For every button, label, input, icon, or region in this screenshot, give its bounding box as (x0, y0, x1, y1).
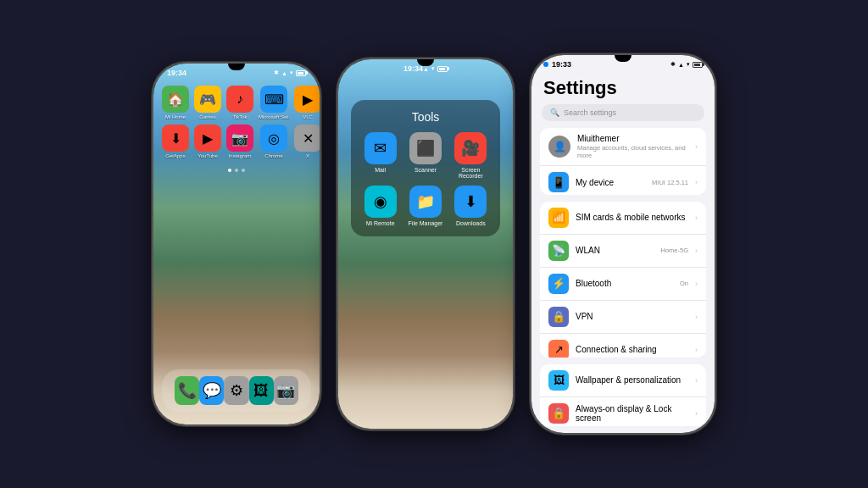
settings-item-name: Bluetooth (576, 279, 673, 288)
folder-app-label: Downloads (456, 220, 486, 226)
settings-item-name: Miuithemer (577, 134, 688, 143)
dock-icon[interactable]: ⚙ (224, 376, 248, 405)
search-bar[interactable]: 🔍 Search settings (542, 104, 704, 121)
folder-app-label: Screen Recorder (452, 167, 490, 179)
settings-item[interactable]: 👤 Miuithemer Manage accounts, cloud serv… (540, 128, 706, 166)
bluetooth-icon: ✱ (274, 69, 279, 76)
settings-item-name: VPN (576, 312, 688, 321)
settings-item-text: Connection & sharing (576, 345, 688, 354)
app-icon[interactable]: ▶ VLC (294, 86, 320, 119)
app-icon-img: 🎮 (194, 86, 221, 113)
app-icon[interactable]: 📷 Instagram (226, 125, 253, 158)
settings-item[interactable]: ↗ Connection & sharing › (540, 334, 706, 358)
settings-item[interactable]: 📶 SIM cards & mobile networks › (540, 202, 706, 235)
app-icon-img: ♪ (226, 86, 253, 113)
settings-group-3: 🖼 Wallpaper & personalization › 🔒 Always… (540, 364, 706, 426)
chevron-icon: › (695, 247, 698, 255)
app-icon[interactable]: 🏠 Mi Home (162, 86, 189, 119)
settings-item[interactable]: 🖼 Wallpaper & personalization › (540, 364, 706, 397)
settings-item[interactable]: 📡 WLAN Home-5G › (540, 235, 706, 268)
settings-item[interactable]: 🔒 VPN › (540, 301, 706, 334)
settings-item-name: Always-on display & Lock screen (576, 404, 688, 423)
folder-app-label: Scanner (415, 167, 437, 173)
folder-app-img: 📁 (409, 186, 442, 218)
battery-icon-2 (437, 66, 448, 72)
status-time-3: 19:33 (543, 60, 571, 69)
app-icon[interactable]: ⬇ GetApps (162, 125, 189, 158)
folder-app[interactable]: ⬛ Scanner (406, 132, 444, 179)
signal-icon-3: ▲ (678, 62, 684, 68)
dock-icon[interactable]: 📞 (175, 376, 199, 405)
tools-screen: 19:34 ▲ ▾ Tools ✉ Mail ⬛ Scanner (338, 59, 513, 429)
app-icon-img: 🏠 (162, 86, 189, 113)
app-label: Games (199, 114, 215, 119)
app-label: VLC (303, 114, 313, 119)
app-icon[interactable]: ⌨ Microsoft SwiftKey… (259, 86, 289, 119)
chevron-icon: › (695, 313, 698, 321)
settings-item-text: My device (576, 178, 645, 187)
screen-1: 19:34 ✱ ▲ ▾ 🏠 Mi Home 🎮 Games ♪ (153, 64, 320, 424)
battery-icon-3 (693, 62, 703, 68)
settings-item-icon: 📱 (548, 172, 569, 192)
battery-icon (296, 70, 306, 76)
settings-item[interactable]: 🔒 Always-on display & Lock screen › (540, 397, 706, 426)
settings-item-name: Connection & sharing (576, 345, 688, 354)
folder-app-label: Mi Remote (366, 220, 395, 226)
time-2: 19:34 (403, 64, 423, 73)
status-dot-indicator (543, 62, 548, 67)
app-label: GetApps (165, 153, 185, 158)
time-1: 19:34 (167, 69, 186, 77)
settings-item[interactable]: ⚡ Bluetooth On › (540, 268, 706, 301)
phone-2: 19:34 ▲ ▾ Tools ✉ Mail ⬛ Scanner (337, 58, 515, 430)
folder-app-label: Mail (375, 167, 386, 173)
settings-item-text: Wallpaper & personalization (576, 375, 688, 385)
app-icon[interactable]: ◎ Chrome (259, 125, 289, 158)
app-icon-img: ▶ (194, 125, 221, 152)
search-placeholder: Search settings (564, 108, 616, 117)
app-icon[interactable]: ✕ X (294, 125, 320, 158)
signal-icon: ▲ (281, 70, 287, 76)
wifi-icon-2: ▾ (431, 65, 435, 72)
settings-item-badge: On (680, 280, 688, 287)
screen-3: 19:33 ✱ ▲ ▾ Settings 🔍 Searc (531, 55, 715, 433)
folder-app[interactable]: ◉ Mi Remote (361, 186, 399, 226)
dock-icon[interactable]: 📷 (274, 376, 298, 405)
settings-item-icon: 📶 (548, 208, 569, 228)
settings-group-2: 📶 SIM cards & mobile networks › 📡 WLAN H… (540, 202, 706, 358)
app-icon[interactable]: ♪ TikTok (226, 86, 253, 119)
settings-item-badge: MIUI 12.5.11 (652, 179, 688, 186)
chevron-icon: › (695, 346, 698, 354)
app-icon[interactable]: 🎮 Games (194, 86, 221, 119)
folder-app[interactable]: ✉ Mail (361, 132, 399, 179)
folder-app[interactable]: 📁 File Manager (406, 186, 444, 226)
settings-item-sub: Manage accounts, cloud services, and mor… (577, 144, 688, 159)
folder-overlay: Tools ✉ Mail ⬛ Scanner 🎥 Screen Recorder… (351, 100, 500, 236)
folder-app-img: ⬇ (454, 186, 487, 218)
settings-group-1: 👤 Miuithemer Manage accounts, cloud serv… (540, 128, 706, 195)
avatar: 👤 (548, 136, 570, 158)
app-icon-img: ✕ (294, 125, 320, 152)
search-icon: 🔍 (550, 108, 559, 117)
app-icon-img: ◎ (260, 125, 287, 152)
folder-app-label: File Manager (409, 220, 443, 226)
chevron-icon: › (695, 409, 698, 418)
folder-app[interactable]: ⬇ Downloads (452, 186, 490, 226)
page-dots (153, 169, 320, 172)
bt-icon-3: ✱ (670, 61, 676, 68)
home-screen: 19:34 ✱ ▲ ▾ 🏠 Mi Home 🎮 Games ♪ (153, 64, 320, 424)
settings-item-name: SIM cards & mobile networks (576, 213, 688, 222)
app-label: Chrome (264, 153, 282, 158)
settings-item-icon: 🔒 (548, 307, 569, 327)
dock-icon[interactable]: 🖼 (249, 376, 274, 405)
settings-item-text: Always-on display & Lock screen (576, 404, 688, 423)
screen-2: 19:34 ▲ ▾ Tools ✉ Mail ⬛ Scanner (338, 59, 513, 429)
folder-app[interactable]: 🎥 Screen Recorder (452, 132, 490, 179)
app-label: Mi Home (165, 114, 186, 119)
dock-icon[interactable]: 💬 (199, 376, 224, 405)
settings-item-name: Wallpaper & personalization (576, 375, 688, 385)
app-icon[interactable]: ▶ YouTube (194, 125, 221, 158)
time-3: 19:33 (552, 60, 571, 69)
settings-item[interactable]: 📱 My device MIUI 12.5.11 › (540, 166, 706, 195)
folder-app-img: 🎥 (454, 132, 487, 164)
chevron-icon: › (695, 280, 698, 288)
